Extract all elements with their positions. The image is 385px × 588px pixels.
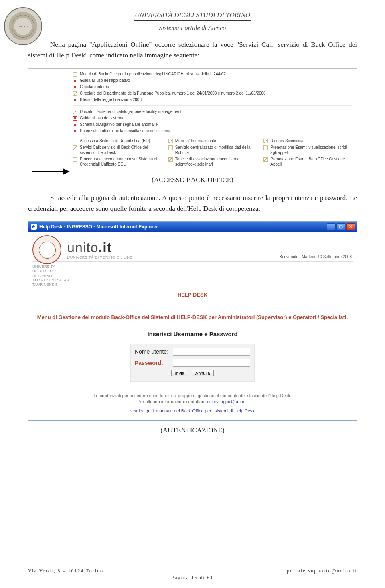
unito-tagline: L'UNIVERSITÀ DI TORINO ON LINE bbox=[67, 255, 132, 259]
pdf-icon bbox=[73, 79, 77, 83]
grid-item[interactable]: Servizio centralizzato di modifica dati … bbox=[175, 145, 257, 155]
link-icon bbox=[73, 157, 77, 162]
grid-item[interactable]: Prenotazione Esami: visualizzazione iscr… bbox=[270, 145, 352, 155]
auth-paragraph: Si accede alla pagina di autenticazione.… bbox=[28, 193, 357, 214]
pdf-icon bbox=[73, 123, 77, 127]
list-item[interactable]: Il testo della legge finanziaria 2008 bbox=[80, 97, 142, 102]
link-icon bbox=[263, 157, 268, 162]
header-rule bbox=[134, 20, 251, 21]
insert-credentials-title: Inserisci Username e Password bbox=[32, 331, 353, 337]
pdf-icon bbox=[73, 98, 77, 102]
caption-autenticazione: (AUTENTICAZIONE) bbox=[28, 426, 357, 434]
login-form: Nome utente: Password: Invia Annulla bbox=[130, 344, 255, 382]
brand-subtext: UNIVERSITÀ DEGLI STUDI DI TORINO ALMA UN… bbox=[32, 264, 353, 287]
username-input[interactable] bbox=[173, 348, 250, 356]
link-icon bbox=[73, 139, 77, 143]
submit-button[interactable]: Invia bbox=[171, 370, 188, 376]
app-list-section-2: Unicafm. Sistema di catalogazione e faci… bbox=[73, 109, 352, 134]
link-icon bbox=[73, 91, 77, 96]
list-item[interactable]: Modulo di Backoffice per la pubblicazion… bbox=[80, 72, 226, 76]
list-item[interactable]: Potenziali problemi nella consultazione … bbox=[80, 129, 170, 133]
caption-accesso-backoffice: (ACCESSO BACK-OFFICE) bbox=[28, 176, 357, 184]
pdf-icon bbox=[73, 85, 77, 89]
doc-header-subtitle: Sistema Portale di Ateneo bbox=[28, 24, 357, 32]
intro-paragraph: Nella pagina "Applicazioni Online" occor… bbox=[28, 40, 357, 61]
helpdesk-title: HELP DESK bbox=[32, 289, 353, 302]
username-label: Nome utente: bbox=[135, 348, 169, 355]
grid-item[interactable]: Tabelle di associazione docenti aree sci… bbox=[175, 157, 257, 167]
link-icon bbox=[73, 72, 77, 77]
list-item[interactable]: Circolare interna bbox=[80, 85, 109, 89]
window-minimize-button[interactable]: ─ bbox=[327, 223, 336, 230]
grid-item[interactable]: Accesso a Sistema di Reportistica (BO) bbox=[80, 139, 150, 144]
grid-item[interactable]: Mobilita' Internazionale bbox=[175, 139, 216, 144]
svg-marker-1 bbox=[63, 168, 70, 175]
grid-item-servizi-call[interactable]: Servizi Call: servizio di Back Office de… bbox=[80, 145, 161, 155]
app-list-section-1: Modulo di Backoffice per la pubblicazion… bbox=[73, 71, 352, 103]
link-icon bbox=[168, 139, 173, 143]
app-grid: Accesso a Sistema di Reportistica (BO) M… bbox=[73, 136, 352, 167]
password-input[interactable] bbox=[173, 359, 250, 367]
password-label: Password: bbox=[135, 360, 169, 366]
menu-caption: Menu di Gestione del modulo Back-Office … bbox=[32, 314, 353, 321]
footer-email: portale-supporto@unito.it bbox=[287, 568, 357, 574]
list-item[interactable]: Unicafm. Sistema di catalogazione e faci… bbox=[80, 109, 181, 114]
pointer-arrow bbox=[28, 69, 71, 170]
window-close-button[interactable]: ✕ bbox=[346, 223, 355, 230]
manual-download-link[interactable]: scarica qui il manuale dei Back Office p… bbox=[130, 408, 255, 413]
ie-icon bbox=[31, 224, 37, 230]
doc-footer: Via Verdi, 8 – 10124 Torino portale-supp… bbox=[0, 566, 385, 581]
footer-address: Via Verdi, 8 – 10124 Torino bbox=[28, 568, 103, 574]
unito-logo: unito.it bbox=[67, 240, 132, 255]
list-item[interactable]: Circolare del Dipartimento della Funzion… bbox=[80, 91, 266, 95]
screenshot-applicazioni-online: Modulo di Backoffice per la pubblicazion… bbox=[28, 68, 357, 171]
grid-item[interactable]: Procedura di accreditamento sul Sistema … bbox=[80, 157, 161, 167]
credentials-note: Le credenziali per accedere sono fornite… bbox=[32, 393, 353, 405]
link-icon bbox=[263, 139, 268, 143]
window-title: Help Desk - INGRESSO - Microsoft Interne… bbox=[39, 224, 158, 230]
university-seal: UNITO bbox=[4, 7, 42, 45]
cancel-button[interactable]: Annulla bbox=[192, 370, 214, 376]
window-maximize-button[interactable]: ▢ bbox=[336, 223, 345, 230]
link-icon bbox=[263, 145, 268, 150]
window-titlebar: Help Desk - INGRESSO - Microsoft Interne… bbox=[28, 222, 357, 232]
support-mail-link[interactable]: dsi-sviluppo@unito.it bbox=[207, 399, 248, 404]
link-icon bbox=[73, 145, 77, 150]
link-icon bbox=[73, 110, 77, 114]
list-item[interactable]: Guida all'uso dell'applicativo bbox=[80, 78, 130, 83]
grid-item[interactable]: Prenotazione Esami: BackOffice Gestione … bbox=[270, 157, 352, 167]
pdf-icon bbox=[73, 129, 77, 133]
screenshot-login-window: Help Desk - INGRESSO - Microsoft Interne… bbox=[28, 221, 357, 421]
list-item[interactable]: Guida all'uso del sistema bbox=[80, 116, 124, 120]
grid-item[interactable]: Ricerca Scientifica bbox=[270, 139, 303, 144]
list-item[interactable]: Schema divulgativo per segnalare anomali… bbox=[80, 122, 158, 127]
doc-header-title: UNIVERSITÀ DEGLI STUDI DI TORINO bbox=[28, 11, 357, 19]
link-icon bbox=[168, 145, 173, 150]
link-icon bbox=[168, 157, 173, 162]
unito-seal bbox=[32, 235, 61, 264]
footer-page-number: Pagina 15 di 61 bbox=[28, 575, 357, 581]
pdf-icon bbox=[73, 116, 77, 121]
